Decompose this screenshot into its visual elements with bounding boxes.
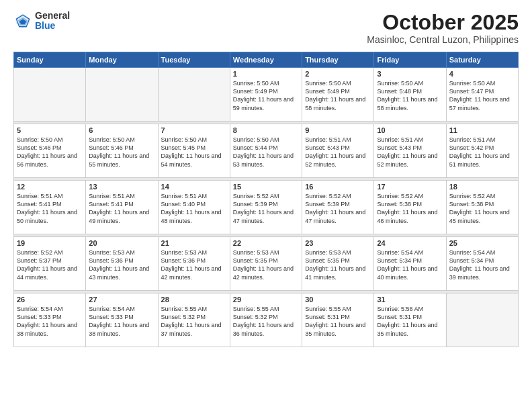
table-row: 25Sunrise: 5:54 AM Sunset: 5:34 PM Dayli…	[446, 237, 518, 291]
logo-icon	[13, 11, 32, 30]
table-row: 22Sunrise: 5:53 AM Sunset: 5:35 PM Dayli…	[230, 237, 302, 291]
day-info: Sunrise: 5:52 AM Sunset: 5:39 PM Dayligh…	[233, 192, 299, 225]
header-saturday: Saturday	[446, 52, 518, 68]
logo-text: General Blue	[35, 11, 70, 32]
week-row-3: 12Sunrise: 5:51 AM Sunset: 5:41 PM Dayli…	[14, 181, 519, 234]
table-row	[86, 68, 158, 122]
header-thursday: Thursday	[302, 52, 374, 68]
day-number: 30	[305, 295, 371, 304]
day-number: 6	[89, 126, 154, 134]
header-sunday: Sunday	[14, 52, 86, 68]
day-number: 7	[161, 126, 227, 134]
table-row: 31Sunrise: 5:56 AM Sunset: 5:31 PM Dayli…	[374, 293, 446, 347]
weekday-header-row: Sunday Monday Tuesday Wednesday Thursday…	[14, 52, 519, 68]
day-number: 15	[233, 183, 299, 191]
header-monday: Monday	[86, 52, 158, 68]
day-number: 16	[305, 183, 371, 191]
calendar-table: Sunday Monday Tuesday Wednesday Thursday…	[13, 52, 519, 347]
table-row: 16Sunrise: 5:52 AM Sunset: 5:39 PM Dayli…	[302, 181, 374, 234]
day-info: Sunrise: 5:52 AM Sunset: 5:39 PM Dayligh…	[305, 192, 371, 225]
day-info: Sunrise: 5:50 AM Sunset: 5:44 PM Dayligh…	[233, 136, 299, 169]
day-number: 12	[17, 183, 83, 191]
title-section: October 2025 Masinloc, Central Luzon, Ph…	[367, 11, 519, 45]
header-wednesday: Wednesday	[230, 52, 302, 68]
day-info: Sunrise: 5:53 AM Sunset: 5:35 PM Dayligh…	[305, 248, 371, 281]
table-row: 4Sunrise: 5:50 AM Sunset: 5:47 PM Daylig…	[446, 68, 518, 122]
table-row	[14, 68, 86, 122]
table-row: 29Sunrise: 5:55 AM Sunset: 5:32 PM Dayli…	[230, 293, 302, 347]
location-subtitle: Masinloc, Central Luzon, Philippines	[367, 34, 519, 45]
day-number: 4	[449, 70, 515, 78]
day-info: Sunrise: 5:52 AM Sunset: 5:37 PM Dayligh…	[17, 248, 83, 281]
day-number: 21	[161, 239, 227, 247]
day-number: 18	[449, 183, 515, 191]
table-row: 10Sunrise: 5:51 AM Sunset: 5:43 PM Dayli…	[374, 124, 446, 178]
day-info: Sunrise: 5:55 AM Sunset: 5:31 PM Dayligh…	[305, 305, 371, 338]
table-row: 26Sunrise: 5:54 AM Sunset: 5:33 PM Dayli…	[14, 293, 86, 347]
table-row: 20Sunrise: 5:53 AM Sunset: 5:36 PM Dayli…	[86, 237, 158, 291]
day-number: 9	[305, 126, 371, 134]
day-info: Sunrise: 5:50 AM Sunset: 5:48 PM Dayligh…	[377, 79, 443, 112]
table-row: 23Sunrise: 5:53 AM Sunset: 5:35 PM Dayli…	[302, 237, 374, 291]
day-info: Sunrise: 5:50 AM Sunset: 5:49 PM Dayligh…	[305, 79, 371, 112]
table-row: 27Sunrise: 5:54 AM Sunset: 5:33 PM Dayli…	[86, 293, 158, 347]
table-row: 17Sunrise: 5:52 AM Sunset: 5:38 PM Dayli…	[374, 181, 446, 234]
day-info: Sunrise: 5:55 AM Sunset: 5:32 PM Dayligh…	[161, 305, 227, 338]
table-row	[446, 293, 518, 347]
day-info: Sunrise: 5:51 AM Sunset: 5:41 PM Dayligh…	[17, 192, 83, 225]
day-info: Sunrise: 5:54 AM Sunset: 5:33 PM Dayligh…	[17, 305, 83, 338]
day-info: Sunrise: 5:56 AM Sunset: 5:31 PM Dayligh…	[377, 305, 443, 338]
table-row: 15Sunrise: 5:52 AM Sunset: 5:39 PM Dayli…	[230, 181, 302, 234]
week-row-4: 19Sunrise: 5:52 AM Sunset: 5:37 PM Dayli…	[14, 237, 519, 291]
table-row: 30Sunrise: 5:55 AM Sunset: 5:31 PM Dayli…	[302, 293, 374, 347]
day-number: 17	[377, 183, 443, 191]
day-info: Sunrise: 5:51 AM Sunset: 5:43 PM Dayligh…	[305, 136, 371, 169]
table-row: 24Sunrise: 5:54 AM Sunset: 5:34 PM Dayli…	[374, 237, 446, 291]
day-info: Sunrise: 5:53 AM Sunset: 5:36 PM Dayligh…	[161, 248, 227, 281]
day-number: 2	[305, 70, 371, 78]
day-info: Sunrise: 5:53 AM Sunset: 5:35 PM Dayligh…	[233, 248, 299, 281]
logo-blue-text: Blue	[35, 21, 70, 31]
logo: General Blue	[13, 11, 70, 32]
table-row: 8Sunrise: 5:50 AM Sunset: 5:44 PM Daylig…	[230, 124, 302, 178]
day-info: Sunrise: 5:53 AM Sunset: 5:36 PM Dayligh…	[89, 248, 154, 281]
table-row: 14Sunrise: 5:51 AM Sunset: 5:40 PM Dayli…	[158, 181, 230, 234]
day-info: Sunrise: 5:55 AM Sunset: 5:32 PM Dayligh…	[233, 305, 299, 338]
table-row: 9Sunrise: 5:51 AM Sunset: 5:43 PM Daylig…	[302, 124, 374, 178]
table-row: 18Sunrise: 5:52 AM Sunset: 5:38 PM Dayli…	[446, 181, 518, 234]
day-number: 27	[89, 295, 154, 304]
day-number: 29	[233, 295, 299, 304]
day-number: 20	[89, 239, 154, 247]
week-row-5: 26Sunrise: 5:54 AM Sunset: 5:33 PM Dayli…	[14, 293, 519, 347]
day-number: 14	[161, 183, 227, 191]
day-number: 1	[233, 70, 299, 78]
day-info: Sunrise: 5:52 AM Sunset: 5:38 PM Dayligh…	[377, 192, 443, 225]
header: General Blue October 2025 Masinloc, Cent…	[13, 11, 519, 45]
month-title: October 2025	[367, 11, 519, 34]
day-number: 3	[377, 70, 443, 78]
table-row: 13Sunrise: 5:51 AM Sunset: 5:41 PM Dayli…	[86, 181, 158, 234]
table-row: 19Sunrise: 5:52 AM Sunset: 5:37 PM Dayli…	[14, 237, 86, 291]
page: General Blue October 2025 Masinloc, Cent…	[0, 0, 532, 411]
header-friday: Friday	[374, 52, 446, 68]
day-number: 13	[89, 183, 154, 191]
table-row: 1Sunrise: 5:50 AM Sunset: 5:49 PM Daylig…	[230, 68, 302, 122]
table-row: 11Sunrise: 5:51 AM Sunset: 5:42 PM Dayli…	[446, 124, 518, 178]
day-info: Sunrise: 5:50 AM Sunset: 5:45 PM Dayligh…	[161, 136, 227, 169]
day-info: Sunrise: 5:54 AM Sunset: 5:34 PM Dayligh…	[377, 248, 443, 281]
day-number: 11	[449, 126, 515, 134]
day-info: Sunrise: 5:54 AM Sunset: 5:33 PM Dayligh…	[89, 305, 154, 338]
day-number: 24	[377, 239, 443, 247]
day-info: Sunrise: 5:51 AM Sunset: 5:40 PM Dayligh…	[161, 192, 227, 225]
table-row: 6Sunrise: 5:50 AM Sunset: 5:46 PM Daylig…	[86, 124, 158, 178]
week-row-1: 1Sunrise: 5:50 AM Sunset: 5:49 PM Daylig…	[14, 68, 519, 122]
day-info: Sunrise: 5:51 AM Sunset: 5:43 PM Dayligh…	[377, 136, 443, 169]
table-row: 3Sunrise: 5:50 AM Sunset: 5:48 PM Daylig…	[374, 68, 446, 122]
day-info: Sunrise: 5:50 AM Sunset: 5:46 PM Dayligh…	[89, 136, 154, 169]
day-number: 28	[161, 295, 227, 304]
table-row: 21Sunrise: 5:53 AM Sunset: 5:36 PM Dayli…	[158, 237, 230, 291]
logo-general-text: General	[35, 11, 70, 21]
day-number: 25	[449, 239, 515, 247]
day-info: Sunrise: 5:52 AM Sunset: 5:38 PM Dayligh…	[449, 192, 515, 225]
day-info: Sunrise: 5:50 AM Sunset: 5:49 PM Dayligh…	[233, 79, 299, 112]
